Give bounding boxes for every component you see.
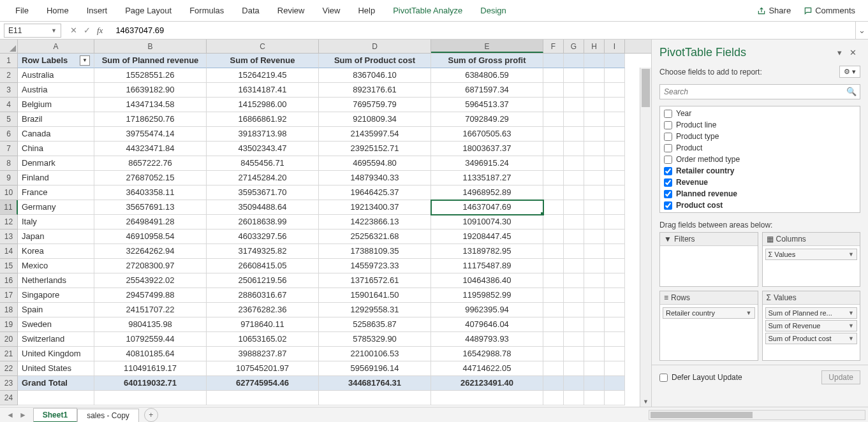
area-tag[interactable]: Σ Values▼ [765,249,858,260]
cell[interactable]: 28860316.67 [207,288,319,303]
cell[interactable] [18,391,94,405]
menu-review[interactable]: Review [268,1,314,20]
cell[interactable] [431,391,543,405]
cell[interactable]: Sum of Planned revenue [94,54,207,68]
row-header[interactable]: 10 [0,186,18,200]
cell[interactable] [543,171,564,186]
cell[interactable]: 39755474.14 [94,127,207,142]
menu-home[interactable]: Home [38,1,78,20]
menu-data[interactable]: Data [233,1,268,20]
comments-button[interactable]: Comments [797,2,862,19]
cell[interactable]: 43502343.47 [207,142,319,156]
cell[interactable] [584,127,605,142]
cell[interactable] [564,54,584,68]
sheet-tab-other[interactable]: sales - Copy [77,409,139,422]
cell[interactable] [564,200,584,215]
cell[interactable]: 36403358.11 [94,186,207,200]
menu-pivottable-analyze[interactable]: PivotTable Analyze [384,1,471,20]
cell[interactable]: 22100106.53 [319,347,431,361]
cell[interactable]: 4489793.93 [431,332,543,347]
cell[interactable] [584,288,605,303]
col-header-E[interactable]: E [431,40,543,53]
area-tag[interactable]: Sum of Revenue▼ [765,320,858,331]
update-button[interactable]: Update [821,370,860,384]
row-header[interactable]: 8 [0,156,18,171]
sheet-prev-icon[interactable]: ◄ [6,411,14,419]
field-checkbox[interactable] [664,178,672,187]
row-header[interactable]: 24 [0,391,18,405]
cell[interactable] [564,259,584,273]
cell[interactable]: 9962395.94 [431,303,543,317]
cell[interactable]: 16542988.78 [431,347,543,361]
sheet-next-icon[interactable]: ► [19,411,27,419]
cell[interactable]: 640119032.71 [94,376,207,391]
cell[interactable]: 19213400.37 [319,200,431,215]
cell[interactable]: 46033297.56 [207,229,319,244]
cell[interactable]: 18003637.37 [431,142,543,156]
cell[interactable]: 46910958.54 [94,229,207,244]
field-item[interactable]: Product type [660,131,860,142]
cell[interactable] [584,98,605,112]
cell[interactable] [543,376,564,391]
row-header[interactable]: 16 [0,273,18,288]
cancel-icon[interactable]: ✕ [70,25,77,35]
cell[interactable] [584,229,605,244]
scroll-down-icon[interactable]: ▼ [640,397,651,407]
cell[interactable]: 35094488.64 [207,200,319,215]
cell[interactable] [605,229,625,244]
cell[interactable]: 3496915.24 [431,156,543,171]
cell[interactable]: 21435997.54 [319,127,431,142]
defer-update-checkbox[interactable]: Defer Layout Update [659,373,742,382]
row-header[interactable]: 5 [0,112,18,127]
cell[interactable] [543,186,564,200]
cell[interactable] [605,54,625,68]
cell[interactable]: 17186250.76 [94,112,207,127]
cell[interactable] [584,332,605,347]
cell[interactable]: 15264219.45 [207,68,319,83]
menu-view[interactable]: View [313,1,349,20]
cell[interactable] [584,347,605,361]
cell[interactable] [543,127,564,142]
cell[interactable]: 26498491.28 [94,215,207,229]
cell[interactable]: 14968952.89 [431,186,543,200]
field-checkbox[interactable] [664,110,672,118]
cell[interactable] [605,98,625,112]
cell[interactable]: 16639182.90 [94,83,207,98]
cell[interactable] [543,391,564,405]
cell[interactable]: 13716572.61 [319,273,431,288]
cell[interactable]: 627745954.46 [207,376,319,391]
menu-formulas[interactable]: Formulas [180,1,233,20]
search-icon[interactable]: 🔍 [846,87,857,96]
cell[interactable]: Japan [18,229,94,244]
fields-list[interactable]: YearProduct lineProduct typeProductOrder… [659,106,860,213]
cell[interactable] [605,127,625,142]
field-item[interactable]: Revenue [660,177,860,188]
cell[interactable]: 9210809.34 [319,112,431,127]
cell[interactable]: Netherlands [18,273,94,288]
row-header[interactable]: 9 [0,171,18,186]
cell[interactable]: 11335187.27 [431,171,543,186]
cell[interactable] [543,112,564,127]
cell[interactable] [584,303,605,317]
select-all-corner[interactable] [0,40,18,53]
cell[interactable] [605,303,625,317]
filter-dropdown-icon[interactable]: ▼ [80,55,90,66]
cell[interactable]: 5785329.90 [319,332,431,347]
cell[interactable] [564,156,584,171]
cell[interactable] [543,361,564,376]
cell[interactable] [207,391,319,405]
name-box[interactable]: E11 ▼ [4,24,61,38]
cell[interactable] [605,332,625,347]
cell[interactable] [543,347,564,361]
row-header[interactable]: 13 [0,229,18,244]
cell[interactable]: Grand Total [18,376,94,391]
cell[interactable]: Sum of Product cost [319,54,431,68]
area-values[interactable]: ΣValues Sum of Planned re...▼Sum of Reve… [762,291,861,361]
cell[interactable] [605,391,625,405]
cell[interactable]: China [18,142,94,156]
cell[interactable]: Italy [18,215,94,229]
cell[interactable] [605,68,625,83]
cell[interactable]: 14637047.69 [431,200,543,215]
cell[interactable] [543,54,564,68]
fields-search-input[interactable] [659,84,860,99]
